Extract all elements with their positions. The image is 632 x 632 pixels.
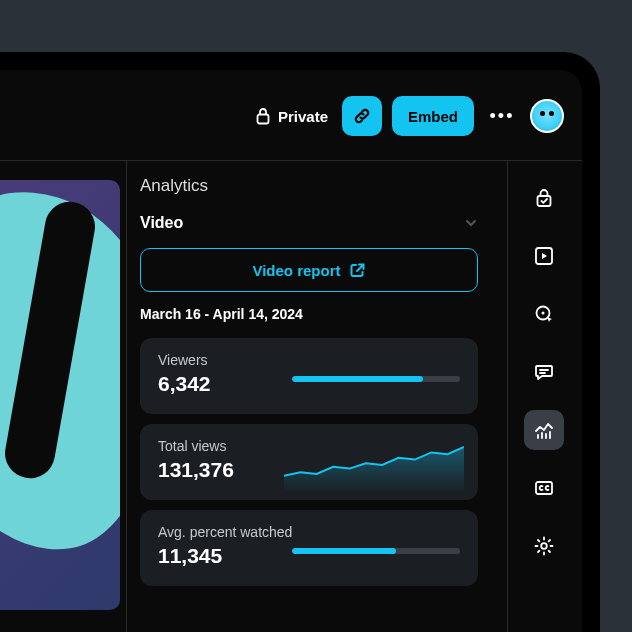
vertical-divider-right xyxy=(507,160,508,632)
privacy-label: Private xyxy=(278,108,328,125)
tab-row: Video xyxy=(140,214,478,232)
svg-point-6 xyxy=(541,543,547,549)
embed-button[interactable]: Embed xyxy=(392,96,474,136)
analytics-panel: Analytics Video Video report March 16 - … xyxy=(140,176,478,596)
svg-rect-0 xyxy=(257,115,268,124)
video-thumbnail[interactable] xyxy=(0,180,120,610)
report-label: Video report xyxy=(252,262,340,279)
avatar[interactable] xyxy=(530,99,564,133)
stat-label: Avg. percent watched xyxy=(158,524,460,540)
rail-settings-button[interactable] xyxy=(524,526,564,566)
svg-point-4 xyxy=(542,312,545,315)
rail-analytics-button[interactable] xyxy=(524,410,564,450)
svg-rect-5 xyxy=(536,482,552,494)
app-screen: Private Embed ••• xyxy=(0,70,582,632)
copy-link-button[interactable] xyxy=(342,96,382,136)
rail-comments-button[interactable] xyxy=(524,352,564,392)
chevron-down-icon[interactable] xyxy=(464,216,478,230)
rail-privacy-button[interactable] xyxy=(524,178,564,218)
progress-track xyxy=(292,548,460,554)
stat-card-total-views[interactable]: Total views 131,376 xyxy=(140,424,478,500)
cc-icon xyxy=(533,477,555,499)
progress-track xyxy=(292,376,460,382)
external-link-icon xyxy=(349,262,366,279)
rail-player-button[interactable] xyxy=(524,236,564,276)
lock-icon xyxy=(255,107,271,125)
progress-fill xyxy=(292,548,396,554)
gear-icon xyxy=(533,535,555,557)
horizontal-divider xyxy=(0,160,582,161)
stat-card-avg-watched[interactable]: Avg. percent watched 11,345 xyxy=(140,510,478,586)
topbar: Private Embed ••• xyxy=(251,96,564,136)
rail-captions-button[interactable] xyxy=(524,468,564,508)
vertical-divider-left xyxy=(126,160,127,632)
panel-title: Analytics xyxy=(140,176,478,196)
lock-check-icon xyxy=(533,187,555,209)
rail-interactivity-button[interactable] xyxy=(524,294,564,334)
chat-icon xyxy=(533,361,555,383)
ellipsis-icon: ••• xyxy=(490,106,515,127)
embed-label: Embed xyxy=(408,108,458,125)
privacy-toggle[interactable]: Private xyxy=(251,101,332,131)
date-range: March 16 - April 14, 2024 xyxy=(140,306,478,322)
analytics-icon xyxy=(533,419,555,441)
video-report-button[interactable]: Video report xyxy=(140,248,478,292)
sparkline-chart xyxy=(284,438,464,492)
progress-fill xyxy=(292,376,423,382)
more-menu-button[interactable]: ••• xyxy=(484,96,520,136)
device-frame: Private Embed ••• xyxy=(0,52,600,632)
right-rail xyxy=(522,178,566,566)
stat-label: Viewers xyxy=(158,352,460,368)
play-square-icon xyxy=(533,245,555,267)
tab-video[interactable]: Video xyxy=(140,214,183,232)
target-cursor-icon xyxy=(533,303,555,325)
stat-card-viewers[interactable]: Viewers 6,342 xyxy=(140,338,478,414)
link-icon xyxy=(352,106,372,126)
